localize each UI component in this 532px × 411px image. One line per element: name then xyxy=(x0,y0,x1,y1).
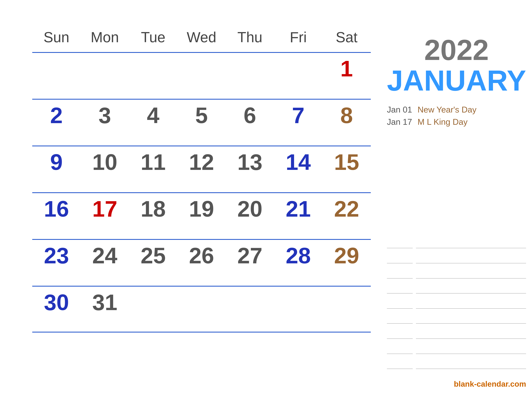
day-cell: 18 xyxy=(129,196,177,222)
day-cell xyxy=(81,56,129,59)
week-row-5: 3031 xyxy=(32,286,371,333)
day-cell: 22 xyxy=(323,196,371,222)
day-cell xyxy=(177,56,226,59)
day-cell: 4 xyxy=(129,103,177,128)
note-text-line xyxy=(416,293,526,293)
day-header-tue: Tue xyxy=(129,29,177,47)
day-cell: 29 xyxy=(323,243,371,269)
day-header-sat: Sat xyxy=(323,29,371,47)
day-cell: 17 xyxy=(81,196,129,222)
day-cell: 20 xyxy=(226,196,274,222)
note-line-8 xyxy=(387,369,526,369)
week-row-1: 2345678 xyxy=(32,99,371,146)
day-cell: 2 xyxy=(32,103,81,128)
calendar-sidebar: 2022 JANUARY Jan 01New Year's DayJan 17M… xyxy=(380,29,526,388)
day-cell: 23 xyxy=(32,243,81,269)
day-header-fri: Fri xyxy=(274,29,323,47)
day-cell xyxy=(274,56,323,59)
day-cell: 8 xyxy=(323,103,371,128)
note-text-line xyxy=(416,323,526,324)
day-cell: 11 xyxy=(129,149,177,175)
year-label: 2022 xyxy=(387,36,526,65)
day-cell xyxy=(323,290,371,293)
note-date-line xyxy=(387,323,413,324)
week-row-3: 16171819202122 xyxy=(32,192,371,239)
note-date-line xyxy=(387,278,413,279)
note-date-line xyxy=(387,263,413,263)
note-text-line xyxy=(416,338,526,339)
holidays-section: Jan 01New Year's DayJan 17M L King Day xyxy=(387,105,526,241)
holiday-entry-0: Jan 01New Year's Day xyxy=(387,105,526,116)
note-date-line xyxy=(387,369,413,369)
calendar-page: SunMonTueWedThuFriSat 123456789101112131… xyxy=(0,0,532,411)
day-cell: 3 xyxy=(81,103,129,128)
day-header-sun: Sun xyxy=(32,29,81,47)
note-line-3 xyxy=(387,293,526,293)
day-header-thu: Thu xyxy=(226,29,274,47)
day-cell xyxy=(129,56,177,59)
note-date-line xyxy=(387,308,413,309)
note-text-line xyxy=(416,263,526,263)
note-date-line xyxy=(387,354,413,354)
day-cell: 12 xyxy=(177,149,226,175)
holiday-name: M L King Day xyxy=(418,117,467,127)
note-date-line xyxy=(387,293,413,293)
note-text-line xyxy=(416,308,526,309)
weeks-container: 1234567891011121314151617181920212223242… xyxy=(32,52,371,333)
day-cell: 16 xyxy=(32,196,81,222)
day-cell: 15 xyxy=(323,149,371,175)
day-cell: 10 xyxy=(81,149,129,175)
day-cell: 14 xyxy=(274,149,323,175)
note-text-line xyxy=(416,354,526,354)
holiday-date: Jan 01 xyxy=(387,105,413,114)
note-line-7 xyxy=(387,354,526,354)
note-line-2 xyxy=(387,278,526,279)
day-cell: 28 xyxy=(274,243,323,269)
week-row-2: 9101112131415 xyxy=(32,146,371,192)
day-cell: 13 xyxy=(226,149,274,175)
note-line-1 xyxy=(387,263,526,263)
day-header-wed: Wed xyxy=(177,29,226,47)
notes-lines xyxy=(387,241,526,376)
holiday-name: New Year's Day xyxy=(418,105,476,114)
day-cell: 27 xyxy=(226,243,274,269)
day-cell xyxy=(226,290,274,293)
day-headers-row: SunMonTueWedThuFriSat xyxy=(32,29,371,47)
day-cell: 24 xyxy=(81,243,129,269)
day-cell: 5 xyxy=(177,103,226,128)
day-cell: 26 xyxy=(177,243,226,269)
day-cell xyxy=(129,290,177,293)
day-cell xyxy=(274,290,323,293)
day-cell: 7 xyxy=(274,103,323,128)
note-date-line xyxy=(387,248,413,248)
day-cell: 25 xyxy=(129,243,177,269)
day-cell xyxy=(32,56,81,59)
day-cell xyxy=(177,290,226,293)
note-line-0 xyxy=(387,248,526,248)
week-row-4: 23242526272829 xyxy=(32,239,371,286)
day-cell: 19 xyxy=(177,196,226,222)
day-header-mon: Mon xyxy=(81,29,129,47)
holiday-date: Jan 17 xyxy=(387,117,413,127)
note-text-line xyxy=(416,248,526,248)
month-label: JANUARY xyxy=(387,66,526,95)
watermark: blank-calendar.com xyxy=(387,376,526,388)
day-cell: 6 xyxy=(226,103,274,128)
day-cell: 1 xyxy=(323,56,371,82)
week-row-0: 1 xyxy=(32,52,371,99)
day-cell: 31 xyxy=(81,290,129,315)
day-cell xyxy=(226,56,274,59)
calendar-grid: SunMonTueWedThuFriSat 123456789101112131… xyxy=(32,29,371,388)
note-line-5 xyxy=(387,323,526,324)
note-line-4 xyxy=(387,308,526,309)
note-text-line xyxy=(416,278,526,279)
day-cell: 9 xyxy=(32,149,81,175)
note-date-line xyxy=(387,338,413,339)
note-line-6 xyxy=(387,338,526,339)
day-cell: 30 xyxy=(32,290,81,315)
note-text-line xyxy=(416,369,526,369)
day-cell: 21 xyxy=(274,196,323,222)
holiday-entry-1: Jan 17M L King Day xyxy=(387,117,526,128)
